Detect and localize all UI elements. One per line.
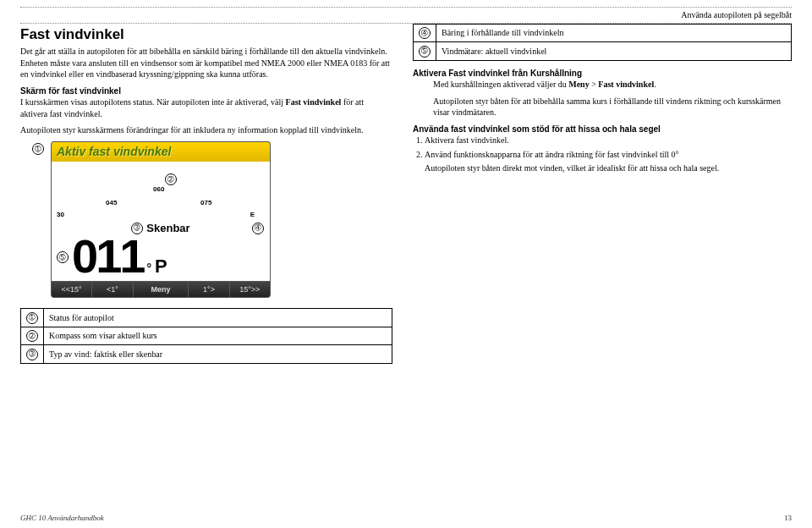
- para-autopilot-styr: Autopiloten styr båten för att bibehålla…: [413, 96, 792, 118]
- table-row: ➀ Status för autopilot: [21, 309, 392, 327]
- bold-meny: Meny: [568, 80, 589, 89]
- page-header-right: Använda autopiloten på segelbåt: [20, 7, 792, 21]
- table-row: ➄ Vindmätare: aktuell vindvinkel: [414, 42, 792, 61]
- list-item: Använd funktionsknapparna för att ändra …: [425, 149, 792, 174]
- tick-045: 045: [106, 199, 117, 208]
- btn-minus-15[interactable]: <<15°: [52, 282, 92, 297]
- callout-4: ➃: [252, 222, 264, 234]
- device-title-bar: Aktiv fast vindvinkel: [51, 141, 271, 162]
- device-screenshot: ➀ Aktiv fast vindvinkel 045 060 075 30 E…: [51, 141, 271, 298]
- degree-symbol: °: [146, 261, 151, 277]
- subhead-aktivera: Aktivera Fast vindvinkel från Kurshållni…: [413, 68, 792, 80]
- cell-num: ➂: [21, 345, 44, 364]
- txt: .: [654, 80, 656, 89]
- numbered-list: Aktivera fast vindvinkel. Använd funktio…: [413, 135, 792, 174]
- para-skarm: I kursskärmen visas autopilotens status.…: [20, 96, 392, 119]
- page-footer: GHC 10 Användarhandbok 13: [20, 513, 792, 523]
- list-item-para: Autopiloten styr båten direkt mot vinden…: [425, 162, 792, 174]
- gauge-area: 045 060 075 30 E ➁: [51, 162, 271, 221]
- callout-table-lower: ➀ Status för autopilot ➁ Kompass som vis…: [20, 308, 392, 364]
- btn-minus-1[interactable]: <1°: [92, 282, 133, 297]
- circled-1: ➀: [32, 143, 44, 155]
- txt: >: [590, 80, 599, 89]
- p-indicator: P: [155, 254, 167, 279]
- cell-text: Status för autopilot: [44, 309, 392, 327]
- txt: Med kurshållningen aktiverad väljer du: [433, 80, 568, 89]
- tick-075: 075: [200, 199, 211, 208]
- callout-5: ➄: [57, 251, 69, 263]
- cell-num: ➄: [414, 42, 436, 61]
- subhead-skarm: Skärm för fast vindvinkel: [20, 85, 392, 97]
- bold-fast-vindvinkel: Fast vindvinkel: [286, 97, 342, 107]
- tick-060: 060: [153, 185, 164, 195]
- cell-text: Typ av vind: faktisk eller skenbar: [44, 345, 392, 364]
- para-styr: Autopiloten styr kursskärmens förändring…: [20, 124, 392, 136]
- txt: Använd funktionsknapparna för att ändra …: [425, 150, 679, 159]
- h1-fast-vindvinkel: Fast vindvinkel: [20, 25, 392, 45]
- cell-text: Vindmätare: aktuell vindvinkel: [436, 42, 792, 61]
- footer-page-number: 13: [784, 513, 792, 523]
- callout-table-upper: ➃ Bäring i förhållande till vindvinkeln …: [413, 24, 792, 61]
- list-item: Aktivera fast vindvinkel.: [425, 135, 792, 146]
- bearing-value: 011: [72, 235, 143, 278]
- cell-text: Bäring i förhållande till vindvinkeln: [436, 24, 792, 42]
- tick-30: 30: [57, 211, 64, 220]
- bearing-row: ➄ 011 ° P: [51, 235, 271, 282]
- cell-text: Kompass som visar aktuell kurs: [44, 327, 392, 345]
- cell-num: ➁: [21, 327, 44, 345]
- callout-2: ➁: [165, 173, 177, 186]
- subhead-stod: Använda fast vindvinkel som stöd för att…: [413, 124, 792, 135]
- table-row: ➁ Kompass som visar aktuell kurs: [21, 327, 392, 345]
- circled: ➄: [419, 46, 431, 58]
- circled-4: ➃: [252, 223, 264, 234]
- footer-title: GHC 10 Användarhandbok: [20, 513, 104, 523]
- circled-2: ➁: [165, 173, 177, 185]
- right-column: ➃ Bäring i förhållande till vindvinkeln …: [413, 24, 792, 371]
- circled: ➃: [419, 27, 431, 39]
- txt: I kursskärmen visas autopilotens status.…: [20, 97, 286, 107]
- btn-plus-15[interactable]: 15°>>: [230, 282, 270, 297]
- circled: ➁: [26, 330, 38, 342]
- callout-1: ➀: [32, 143, 44, 156]
- cell-num: ➀: [21, 309, 44, 327]
- table-row: ➂ Typ av vind: faktisk eller skenbar: [21, 345, 392, 364]
- circled: ➀: [26, 312, 38, 324]
- btn-menu[interactable]: Meny: [134, 282, 189, 297]
- table-row: ➃ Bäring i förhållande till vindvinkeln: [414, 24, 792, 42]
- left-column: Fast vindvinkel Det går att ställa in au…: [20, 24, 392, 371]
- para-aktivera: Med kurshållningen aktiverad väljer du M…: [413, 79, 792, 91]
- bold-fast-vindvinkel: Fast vindvinkel: [598, 80, 654, 89]
- device-bottom-bar: <<15° <1° Meny 1°> 15°>>: [51, 282, 271, 298]
- para-intro: Det går att ställa in autopiloten för at…: [20, 46, 392, 80]
- cell-num: ➃: [414, 24, 436, 42]
- wind-type-label: Skenbar: [146, 221, 189, 236]
- circled: ➂: [26, 349, 38, 360]
- btn-plus-1[interactable]: 1°>: [189, 282, 229, 297]
- tick-E: E: [250, 211, 255, 220]
